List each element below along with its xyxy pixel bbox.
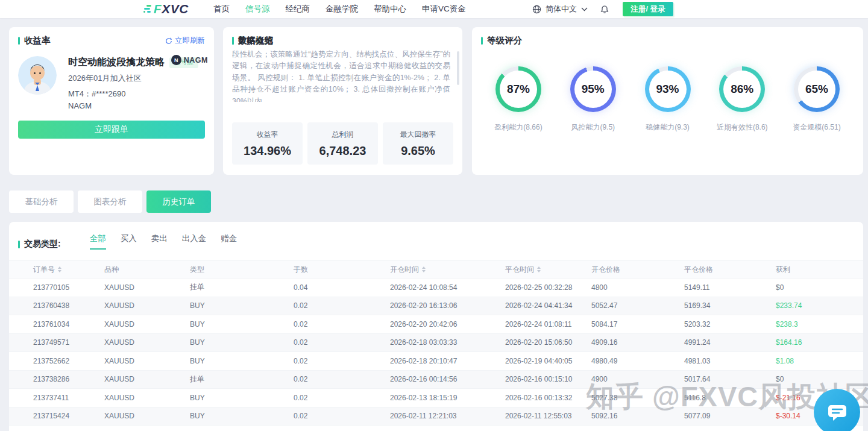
gauge-ring: 95% — [570, 66, 616, 112]
cell-open_time: 2026-02-16 00:14:56 — [390, 375, 505, 383]
profile-card: 收益率 立即刷新 时空动能波段擒龙策略 — [9, 27, 214, 175]
cell-close_time: 2026-02-16 00:13:32 — [505, 394, 591, 402]
cell-open_time: 2026-02-20 20:42:06 — [390, 320, 505, 329]
refresh-icon — [165, 37, 172, 45]
cell-open_time: 2026-02-18 20:10:47 — [390, 357, 505, 365]
cell-symbol: XAUUSD — [104, 320, 190, 329]
column-header-平仓时间[interactable]: 平仓时间 — [505, 265, 591, 275]
cell-lots: 0.02 — [294, 301, 390, 310]
cell-close_price: 5077.09 — [684, 412, 776, 420]
nav-item-帮助中心[interactable]: 帮助中心 — [374, 4, 406, 14]
cell-type: BUY — [190, 301, 294, 310]
analysis-tabs: 基础分析图表分析历史订单 — [9, 190, 211, 213]
column-header-获利: 获利 — [776, 265, 863, 275]
nav-item-申请VC资金[interactable]: 申请VC资金 — [422, 4, 466, 14]
cell-type: BUY — [190, 394, 294, 402]
rating-gauges: 87%盈利能力(8.66)95%风控能力(9.5)93%稳健能力(9.3)86%… — [472, 66, 863, 133]
nav-item-信号源[interactable]: 信号源 — [245, 4, 270, 14]
stats-row: 收益率134.96%总利润6,748.23最大回撤率9.65% — [232, 122, 453, 165]
cell-type: 挂单 — [190, 282, 294, 292]
nav-item-金融学院[interactable]: 金融学院 — [326, 4, 358, 14]
cell-lots: 0.02 — [294, 338, 390, 347]
cell-order: 213737411 — [33, 394, 104, 402]
table-row: 213738286XAUUSD挂单0.022026-02-16 00:14:56… — [9, 371, 863, 389]
gauge-percent: 65% — [805, 83, 828, 96]
filter-全部[interactable]: 全部 — [90, 233, 106, 250]
nav-menu: 首页信号源经纪商金融学院帮助中心申请VC资金 — [213, 0, 466, 18]
nav-item-首页[interactable]: 首页 — [213, 4, 230, 14]
column-header-订单号[interactable]: 订单号 — [33, 265, 104, 275]
orders-card: 交易类型: 全部买入卖出出入金赠金 订单号品种类型手数开仓时间平仓时间开仓价格平… — [9, 222, 863, 431]
gauge-ring: 65% — [794, 66, 840, 112]
description-scrollbar[interactable] — [457, 51, 459, 85]
sort-icon — [58, 266, 61, 272]
cell-profit: $0 — [776, 283, 863, 292]
nav-right: 简体中文 注册/ 登录 — [532, 0, 673, 18]
filter-出入金[interactable]: 出入金 — [182, 233, 207, 250]
table-row: 213737411XAUUSDBUY0.022026-02-13 18:15:1… — [9, 389, 863, 407]
cell-open_time: 2026-02-20 16:13:06 — [390, 301, 505, 310]
cell-order: 213752662 — [33, 357, 104, 365]
cell-close_time: 2026-02-24 01:08:11 — [505, 320, 591, 329]
stat-box: 最大回撤率9.65% — [383, 122, 453, 165]
gauge-label: 风控能力(9.5) — [571, 122, 615, 133]
chevron-down-icon[interactable] — [581, 7, 588, 11]
gauge-label: 盈利能力(8.66) — [494, 122, 542, 133]
bell-icon[interactable] — [600, 5, 609, 14]
section-accent-bar — [18, 241, 20, 248]
trade-type-label: 交易类型: — [24, 239, 61, 250]
register-login-button[interactable]: 注册/ 登录 — [623, 2, 673, 16]
mt4-account: MT4：#****2690 — [68, 89, 207, 99]
cell-order: 213761034 — [33, 320, 104, 329]
trade-type-filters: 全部买入卖出出入金赠金 — [75, 233, 237, 250]
refresh-link[interactable]: 立即刷新 — [165, 36, 205, 46]
table-row: 213760438XAUUSDBUY0.022026-02-20 16:13:0… — [9, 297, 863, 316]
rating-gauge: 86%近期有效性(8.6) — [718, 66, 766, 133]
language-selector[interactable]: 简体中文 — [546, 4, 577, 14]
table-row: 213770105XAUUSD挂单0.042026-02-24 10:08:54… — [9, 278, 863, 297]
cell-lots: 0.02 — [294, 412, 390, 420]
cell-order: 213738286 — [33, 375, 104, 383]
broker-name: NAGM — [68, 101, 207, 110]
gauge-ring: 87% — [495, 66, 541, 112]
cell-close_price: 5116.8 — [684, 394, 776, 402]
filter-买入[interactable]: 买入 — [121, 233, 137, 250]
column-header-开仓时间[interactable]: 开仓时间 — [390, 265, 505, 275]
tab-历史订单[interactable]: 历史订单 — [146, 190, 211, 213]
table-row: 213715424XAUUSDBUY0.022026-02-11 12:21:0… — [9, 407, 863, 426]
gauge-ring: 86% — [719, 66, 765, 112]
cell-symbol: XAUUSD — [104, 357, 190, 365]
orders-table-body: 213770105XAUUSD挂单0.042026-02-24 10:08:54… — [9, 278, 863, 426]
column-header-平仓价格: 平仓价格 — [684, 265, 776, 275]
filter-赠金[interactable]: 赠金 — [221, 233, 237, 250]
cell-open_price: 4980.49 — [591, 357, 684, 365]
cell-order: 213749571 — [33, 338, 104, 347]
nav-item-经纪商[interactable]: 经纪商 — [286, 4, 310, 14]
globe-icon[interactable] — [532, 5, 541, 14]
strategy-card: 策略介绍 段性机会；该策略通过“趋势定方向、结构找点位、风控保生存”的逻辑，在波… — [223, 27, 462, 175]
cell-type: BUY — [190, 338, 294, 347]
cell-close_price: 5017.64 — [684, 375, 776, 383]
tab-图表分析[interactable]: 图表分析 — [78, 190, 142, 213]
gauge-label: 资金规模(6.51) — [793, 122, 840, 133]
gauge-percent: 86% — [731, 83, 753, 96]
cell-close_time: 2026-02-24 04:41:34 — [505, 301, 591, 310]
stat-value: 134.96% — [244, 144, 291, 158]
follow-button[interactable]: 立即跟单 — [18, 121, 205, 139]
cell-open_price: 5027.38 — [591, 394, 684, 402]
filter-卖出[interactable]: 卖出 — [151, 233, 168, 250]
rating-title: 等级评分 — [487, 35, 522, 46]
cell-open_price: 5092.16 — [591, 412, 684, 420]
tab-基础分析[interactable]: 基础分析 — [9, 190, 74, 213]
cell-type: BUY — [190, 357, 294, 365]
logo[interactable]: FXVC — [143, 0, 189, 18]
cell-order: 213760438 — [33, 301, 104, 310]
cell-lots: 0.04 — [294, 283, 390, 292]
section-accent-bar — [232, 37, 234, 45]
strategy-name: 时空动能波段擒龙策略 — [68, 56, 165, 69]
cell-close_price: 5149.11 — [684, 283, 776, 292]
cell-symbol: XAUUSD — [104, 375, 190, 383]
stat-label: 总利润 — [332, 130, 354, 140]
cell-close_price: 5203.32 — [684, 320, 776, 329]
chat-button[interactable] — [814, 389, 860, 431]
